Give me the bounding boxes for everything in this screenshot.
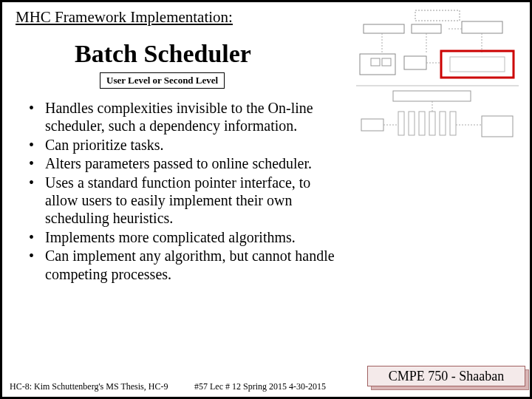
- badge-label: CMPE 750 - Shaaban: [367, 366, 525, 386]
- slide-frame: MHC Framework Implementation: Batch Sche…: [0, 0, 532, 399]
- bullet-item: Can implement any algorithm, but cannot …: [29, 247, 341, 283]
- footer-center: #57 Lec # 12 Spring 2015 4-30-2015: [194, 381, 326, 392]
- subtitle-box: User Level or Second Level: [100, 72, 225, 89]
- bullet-item: Handles complexities invisible to the On…: [29, 99, 341, 135]
- bullet-item: Can prioritize tasks.: [29, 136, 341, 154]
- bullet-list: Handles complexities invisible to the On…: [16, 99, 341, 283]
- bullet-item: Alters parameters passed to online sched…: [29, 154, 341, 172]
- framework-diagram: [352, 8, 522, 152]
- footer-left: HC-8: Kim Schuttenberg's MS Thesis, HC-9: [10, 381, 168, 392]
- diagram-svg: [352, 8, 522, 152]
- course-badge: CMPE 750 - Shaaban: [367, 366, 525, 386]
- bullet-item: Implements more complicated algorithms.: [29, 228, 341, 246]
- bullet-item: Uses a standard function pointer interfa…: [29, 174, 341, 228]
- svg-rect-0: [354, 10, 521, 151]
